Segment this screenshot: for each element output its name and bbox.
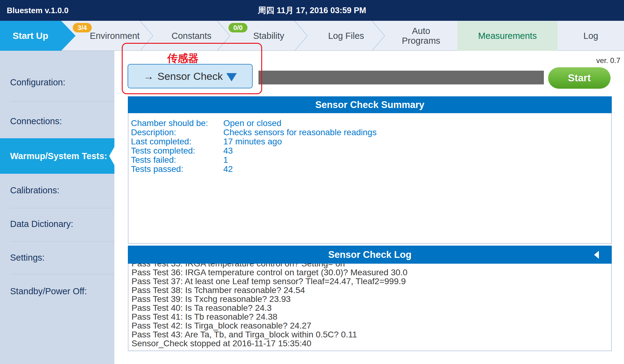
sensor-check-dropdown-label: Sensor Check: [158, 70, 223, 82]
tab-constants-label: Constants: [172, 31, 212, 41]
log-line: Pass Test 41: Is Tb reasonable? 24.38: [132, 312, 611, 321]
sidebar-divider: [10, 208, 114, 208]
sidebar-item-configuration[interactable]: Configuration:: [0, 73, 114, 91]
start-button-label: Start: [568, 72, 591, 84]
summary-panel-body: Chamber should be: Open or closed Descri…: [128, 113, 612, 244]
summary-value: 17 minutes ago: [223, 137, 282, 146]
tab-auto-programs-label: Auto Programs: [397, 26, 446, 46]
tab-separator-icon: [294, 21, 308, 51]
sidebar-item-connections[interactable]: Connections:: [0, 112, 114, 130]
sidebar-item-calibrations[interactable]: Calibrations:: [0, 181, 114, 199]
summary-row: Tests failed: 1: [131, 155, 611, 165]
summary-value: 1: [223, 155, 228, 165]
datetime-label: 周四 11月 17, 2016 03:59 PM: [0, 0, 624, 21]
log-line: Pass Test 42: Is Tirga_block reasonable?…: [132, 321, 611, 330]
bluestem-screen: { "app": { "title": "Bluestem v.1.0.0", …: [0, 0, 624, 364]
summary-label: Tests completed:: [131, 146, 223, 155]
summary-panel-title: Sensor Check Summary: [315, 99, 425, 110]
sensor-check-dropdown[interactable]: → Sensor Check: [128, 64, 253, 88]
log-line: Pass Test 39: Is Txchg reasonable? 23.93: [132, 295, 611, 303]
sidebar-item-data-dictionary[interactable]: Data Dictionary:: [0, 215, 114, 233]
tab-auto-programs[interactable]: Auto Programs: [385, 21, 457, 51]
version-label: ver. 0.7: [596, 56, 620, 65]
log-line: Pass Test 36: IRGA temperature control o…: [132, 268, 611, 277]
summary-value: 42: [223, 165, 233, 174]
sidebar: Configuration: Connections: Warmup/Syste…: [0, 51, 114, 364]
log-panel-body: Pass Test 35: IRGA temperature control o…: [128, 264, 612, 351]
sidebar-divider: [10, 101, 114, 102]
tab-log-files-label: Log Files: [328, 31, 364, 41]
log-line: Pass Test 38: Is Tchamber reasonable? 24…: [132, 286, 611, 295]
progress-bar: [258, 71, 544, 84]
log-line: Pass Test 40: Is Ta reasonable? 24.3: [132, 303, 611, 312]
summary-row: Tests completed: 43: [131, 146, 611, 155]
sidebar-item-warmup-label: Warmup/System Tests:: [10, 151, 107, 161]
tab-start-up-label: Start Up: [13, 31, 48, 41]
sidebar-item-settings[interactable]: Settings:: [0, 248, 114, 267]
tab-start-up[interactable]: Start Up: [0, 21, 76, 51]
tab-environment-label: Environment: [90, 31, 140, 41]
tab-separator-icon: [371, 21, 385, 51]
chevron-left-icon[interactable]: [594, 251, 599, 259]
log-line: Sensor_Check stopped at 2016-11-17 15:35…: [132, 339, 611, 348]
arrow-right-icon: →: [143, 70, 154, 82]
start-button[interactable]: Start: [548, 67, 611, 89]
dropdown-caret-icon: [226, 73, 237, 81]
summary-row: Last completed: 17 minutes ago: [131, 137, 611, 146]
summary-row: Description: Checks sensors for reasonab…: [131, 128, 611, 137]
log-line: Pass Test 37: At least one Leaf temp sen…: [132, 277, 611, 286]
log-lines: Pass Test 35: IRGA temperature control o…: [132, 264, 611, 348]
summary-row: Tests passed: 42: [131, 165, 611, 174]
summary-label: Chamber should be:: [131, 119, 223, 128]
sidebar-item-warmup-system-tests[interactable]: Warmup/System Tests:: [0, 138, 114, 174]
tab-measurements[interactable]: Measurements: [457, 21, 558, 51]
sidebar-divider: [10, 274, 114, 274]
log-panel-header: Sensor Check Log: [128, 246, 612, 264]
log-line: Pass Test 35: IRGA temperature control o…: [132, 264, 611, 268]
environment-count-badge: 3/4: [73, 23, 92, 32]
summary-label: Tests passed:: [131, 165, 223, 174]
log-panel-title: Sensor Check Log: [328, 249, 411, 260]
tab-log[interactable]: Log: [558, 21, 624, 51]
summary-value: 43: [223, 146, 233, 155]
stability-count-badge: 0/0: [228, 23, 247, 32]
tab-bar: Start Up Environment Constants Stability…: [0, 21, 624, 51]
top-bar: Bluestem v.1.0.0 周四 11月 17, 2016 03:59 P…: [0, 0, 624, 21]
summary-panel-header: Sensor Check Summary: [128, 96, 612, 113]
summary-label: Description:: [131, 128, 223, 137]
summary-row: Chamber should be: Open or closed: [131, 119, 611, 128]
selected-item-marker-icon: [109, 147, 114, 165]
summary-value: Open or closed: [223, 119, 281, 128]
tab-log-label: Log: [583, 31, 598, 41]
summary-label: Tests failed:: [131, 155, 223, 165]
sidebar-item-standby-power-off[interactable]: Standby/Power Off:: [0, 282, 114, 300]
summary-value: Checks sensors for reasonable readings: [223, 128, 377, 137]
tab-measurements-label: Measurements: [478, 31, 537, 41]
sidebar-divider: [10, 241, 114, 242]
log-line: Pass Test 43: Are Ta, Tb, and Tirga_bloc…: [132, 330, 611, 339]
summary-label: Last completed:: [131, 137, 223, 146]
tab-stability-label: Stability: [253, 31, 284, 41]
annotation-label: 传感器: [152, 51, 214, 65]
